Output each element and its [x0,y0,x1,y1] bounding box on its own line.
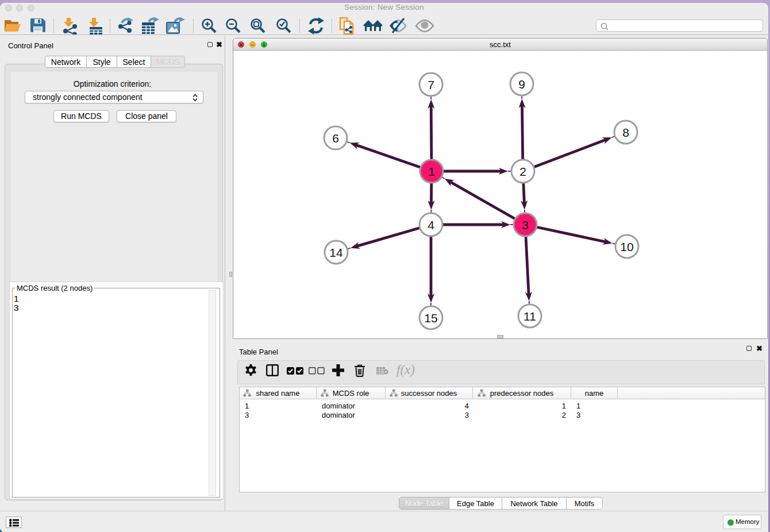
svg-text:11: 11 [523,310,536,323]
svg-text:9: 9 [518,78,525,91]
svg-text:1: 1 [428,165,435,178]
svg-text:8: 8 [622,126,629,139]
svg-text:7: 7 [428,78,434,91]
svg-text:10: 10 [620,240,633,253]
svg-text:15: 15 [424,311,437,325]
svg-text:4: 4 [428,218,434,232]
svg-text:6: 6 [332,132,339,145]
svg-text:3: 3 [522,218,529,232]
svg-text:14: 14 [329,246,343,259]
svg-text:2: 2 [519,165,526,178]
